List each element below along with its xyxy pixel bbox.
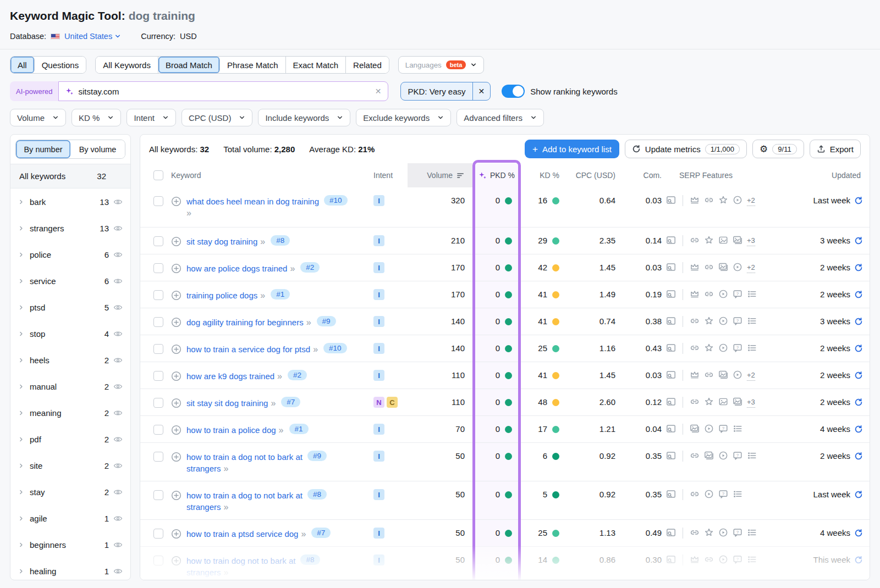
sidebar-item-meaning[interactable]: meaning 2 <box>10 400 130 426</box>
add-keyword-plus-icon[interactable] <box>171 263 182 274</box>
sidebar-item-manual[interactable]: manual 2 <box>10 373 130 400</box>
eye-icon[interactable] <box>113 409 123 417</box>
sidebar-item-strangers[interactable]: strangers 13 <box>10 215 130 241</box>
filter-intent[interactable]: Intent <box>127 109 176 126</box>
keyword-link[interactable]: how to train a ptsd service dog» <box>186 528 306 540</box>
eye-icon[interactable] <box>113 198 123 206</box>
sidebar-item-bark[interactable]: bark 13 <box>10 188 130 215</box>
keyword-link[interactable]: how are police dogs trained» <box>186 263 295 274</box>
eye-icon[interactable] <box>113 515 123 522</box>
filter-kd-[interactable]: KD % <box>72 109 121 126</box>
tab-all-keywords[interactable]: All Keywords <box>96 57 158 73</box>
expand-keyword-icon[interactable]: » <box>260 291 266 300</box>
refresh-row-icon[interactable] <box>854 371 863 380</box>
eye-icon[interactable] <box>113 541 123 548</box>
eye-icon[interactable] <box>113 304 123 311</box>
keyword-link[interactable]: how to train a service dog for ptsd» <box>186 343 318 355</box>
column-header-cpc[interactable]: CPC (USD) <box>574 163 630 187</box>
eye-icon[interactable] <box>113 357 123 364</box>
tab-all[interactable]: All <box>10 57 35 73</box>
add-keyword-plus-icon[interactable] <box>171 452 182 462</box>
pkd-filter-chip[interactable]: PKD: Very easy ✕ <box>400 82 491 101</box>
serp-more-count[interactable]: +3 <box>747 236 755 246</box>
row-checkbox[interactable] <box>153 529 163 539</box>
eye-icon[interactable] <box>113 225 123 232</box>
add-keyword-plus-icon[interactable] <box>171 344 182 354</box>
tab-related[interactable]: Related <box>346 57 389 73</box>
expand-keyword-icon[interactable]: » <box>224 464 229 473</box>
column-header-intent[interactable]: Intent <box>373 163 408 187</box>
clear-search-icon[interactable]: ✕ <box>375 87 382 96</box>
refresh-row-icon[interactable] <box>854 556 863 564</box>
keyword-search-box[interactable]: ✕ <box>58 81 388 101</box>
row-checkbox[interactable] <box>153 452 163 462</box>
sidebar-item-ptsd[interactable]: ptsd 5 <box>10 294 130 320</box>
row-checkbox[interactable] <box>153 196 163 206</box>
row-checkbox[interactable] <box>153 344 163 354</box>
expand-keyword-icon[interactable]: » <box>260 237 266 246</box>
refresh-row-icon[interactable] <box>854 425 863 434</box>
add-keyword-plus-icon[interactable] <box>171 490 182 501</box>
refresh-row-icon[interactable] <box>854 317 863 326</box>
keyword-link[interactable]: training police dogs» <box>186 290 266 301</box>
ranking-keywords-toggle[interactable] <box>502 85 525 98</box>
keyword-link[interactable]: how to train a dog not to bark atstrange… <box>186 451 302 474</box>
settings-button[interactable]: ⚙ 9/11 <box>752 140 804 158</box>
serp-more-count[interactable]: +3 <box>747 397 755 408</box>
keyword-search-input[interactable] <box>78 87 370 96</box>
add-to-keyword-list-button[interactable]: + Add to keyword list <box>525 140 619 158</box>
eye-icon[interactable] <box>113 330 123 337</box>
expand-keyword-icon[interactable]: » <box>224 568 229 577</box>
keyword-link[interactable]: how are k9 dogs trained» <box>186 370 283 382</box>
refresh-row-icon[interactable] <box>854 236 863 245</box>
refresh-row-icon[interactable] <box>854 263 863 272</box>
add-keyword-plus-icon[interactable] <box>171 556 182 566</box>
eye-icon[interactable] <box>113 568 123 575</box>
sidebar-item-police[interactable]: police 6 <box>10 241 130 268</box>
serp-more-count[interactable]: +2 <box>747 196 755 206</box>
expand-keyword-icon[interactable]: » <box>313 345 318 354</box>
add-keyword-plus-icon[interactable] <box>171 290 182 301</box>
serp-more-count[interactable]: +2 <box>747 370 755 381</box>
keyword-link[interactable]: sit stay dog training» <box>186 236 266 247</box>
filter-advanced-filters[interactable]: Advanced filters <box>457 109 544 126</box>
expand-keyword-icon[interactable]: » <box>271 398 276 408</box>
refresh-row-icon[interactable] <box>854 344 863 353</box>
filter-exclude-keywords[interactable]: Exclude keywords <box>356 109 451 126</box>
expand-keyword-icon[interactable]: » <box>301 529 306 539</box>
column-header-kd[interactable]: KD % <box>521 163 574 187</box>
expand-keyword-icon[interactable]: » <box>306 318 312 327</box>
refresh-row-icon[interactable] <box>854 196 863 205</box>
sidebar-item-stop[interactable]: stop 4 <box>10 320 130 347</box>
refresh-row-icon[interactable] <box>854 398 863 407</box>
eye-icon[interactable] <box>113 251 123 258</box>
add-keyword-plus-icon[interactable] <box>171 317 182 328</box>
sort-by-number-tab[interactable]: By number <box>16 140 70 158</box>
eye-icon[interactable] <box>113 278 123 285</box>
sidebar-item-pdf[interactable]: pdf 2 <box>10 426 130 452</box>
filter-volume[interactable]: Volume <box>10 109 66 126</box>
row-checkbox[interactable] <box>153 490 163 500</box>
filter-cpc-usd-[interactable]: CPC (USD) <box>182 109 253 126</box>
keyword-link[interactable]: how to train a dog to not bark atstrange… <box>186 490 302 513</box>
expand-keyword-icon[interactable]: » <box>279 425 284 435</box>
row-checkbox[interactable] <box>153 236 163 246</box>
row-checkbox[interactable] <box>153 398 163 408</box>
eye-icon[interactable] <box>113 462 123 469</box>
eye-icon[interactable] <box>113 489 123 496</box>
add-keyword-plus-icon[interactable] <box>171 196 182 207</box>
sidebar-item-site[interactable]: site 2 <box>10 452 130 479</box>
row-checkbox[interactable] <box>153 317 163 327</box>
refresh-row-icon[interactable] <box>854 290 863 299</box>
row-checkbox[interactable] <box>153 371 163 381</box>
export-button[interactable]: Export <box>810 140 861 158</box>
column-header-updated[interactable]: Updated <box>777 163 870 187</box>
row-checkbox[interactable] <box>153 290 163 300</box>
keyword-link[interactable]: how to train dog not to bark atstrangers… <box>186 555 295 578</box>
refresh-row-icon[interactable] <box>854 452 863 461</box>
keyword-link[interactable]: sit stay sit dog training» <box>186 397 276 409</box>
filter-include-keywords[interactable]: Include keywords <box>258 109 350 126</box>
column-header-pkd[interactable]: PKD % <box>472 163 521 187</box>
expand-keyword-icon[interactable]: » <box>224 502 229 512</box>
tab-questions[interactable]: Questions <box>35 57 86 73</box>
